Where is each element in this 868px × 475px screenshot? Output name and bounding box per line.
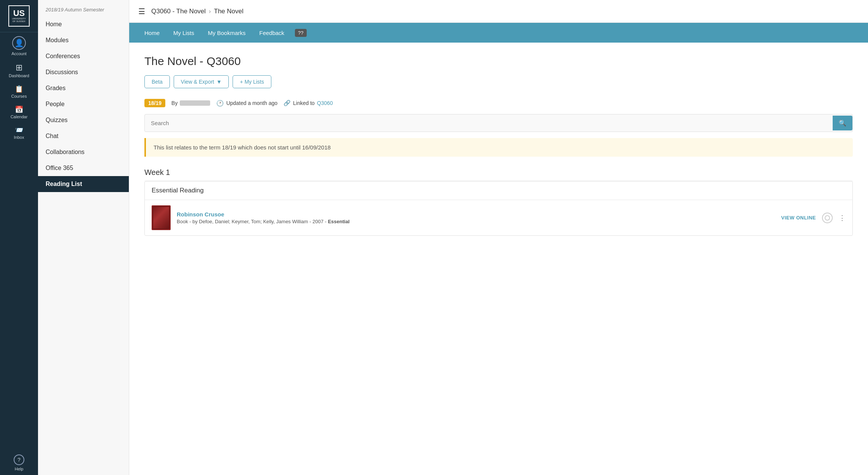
sidebar-item-help[interactable]: ? Help [0,451,38,475]
course-nav-collaborations[interactable]: Collaborations [38,144,129,160]
add-my-lists-button[interactable]: + My Lists [233,75,271,88]
warning-text: This list relates to the term 18/19 whic… [154,144,331,151]
warning-banner: This list relates to the term 18/19 whic… [144,138,853,157]
course-nav-modules[interactable]: Modules [38,32,129,48]
course-nav-reading-list[interactable]: Reading List [38,176,129,192]
essential-reading-card: Essential Reading Robinson Crusoe Book -… [144,181,853,236]
breadcrumb: Q3060 - The Novel › The Novel [151,8,243,15]
courses-icon: 📋 [15,86,23,92]
logo-us-text: US [13,9,25,17]
top-bar: ☰ Q3060 - The Novel › The Novel [129,0,868,23]
dashboard-icon: ⊞ [16,64,22,72]
course-nav-quizzes[interactable]: Quizzes [38,112,129,128]
main-content: ☰ Q3060 - The Novel › The Novel Home My … [129,0,868,475]
university-logo: US UNIVERSITYOF SUSSEX [0,0,38,32]
more-options-button[interactable]: ⋮ [839,214,846,222]
circle-icon [825,215,830,221]
tab-home[interactable]: Home [138,27,166,39]
course-nav-conferences[interactable]: Conferences [38,48,129,64]
breadcrumb-current: The Novel [214,8,243,15]
beta-button[interactable]: Beta [144,75,170,88]
course-nav-home[interactable]: Home [38,16,129,32]
course-nav-office365[interactable]: Office 365 [38,160,129,176]
term-badge: 18/19 [144,99,165,107]
clock-icon: 🕐 [216,100,224,107]
sidebar-item-label-courses: Courses [11,94,27,98]
search-icon: 🔍 [839,120,846,126]
book-info: Robinson Crusoe Book - by Defoe, Daniel;… [177,211,775,224]
sidebar-item-label-account: Account [11,51,27,56]
book-cover [152,205,171,230]
sidebar-item-calendar[interactable]: 📅 Calendar [0,102,38,123]
by-label: By [171,100,210,106]
tab-my-bookmarks[interactable]: My Bookmarks [202,27,252,39]
book-actions: VIEW ONLINE ⋮ [781,213,846,223]
link-icon: 🔗 [284,100,291,106]
hamburger-menu[interactable]: ☰ [138,7,145,16]
week1-section-header: Week 1 [144,163,853,181]
sidebar-item-label-calendar: Calendar [11,114,28,119]
linked-label: 🔗 Linked to Q3060 [284,100,333,106]
search-input[interactable] [145,114,833,132]
chevron-down-icon: ▼ [216,79,222,85]
book-row: Robinson Crusoe Book - by Defoe, Daniel;… [145,200,852,235]
sidebar-item-dashboard[interactable]: ⊞ Dashboard [0,60,38,82]
inbox-icon: 📨 [15,127,23,133]
book-importance: Essential [328,219,350,224]
book-title[interactable]: Robinson Crusoe [177,211,775,218]
sidebar-item-account[interactable]: 👤 Account [0,32,38,60]
tab-bar: Home My Lists My Bookmarks Feedback ?? [129,23,868,43]
tab-feedback[interactable]: Feedback [253,27,290,39]
sidebar-item-label-inbox: Inbox [14,135,24,140]
sidebar-item-label-help: Help [15,467,24,471]
meta-row: 18/19 By 🕐 Updated a month ago 🔗 Linked … [144,99,853,107]
view-online-button[interactable]: VIEW ONLINE [781,215,816,221]
breadcrumb-root[interactable]: Q3060 - The Novel [151,8,206,15]
logo-sub-text: UNIVERSITYOF SUSSEX [12,17,26,23]
tab-my-lists[interactable]: My Lists [167,27,200,39]
search-bar: 🔍 [144,114,853,132]
view-export-label: View & Export [181,79,214,85]
book-meta: Book - by Defoe, Daniel; Keymer, Tom; Ke… [177,219,775,224]
page-title: The Novel - Q3060 [144,55,853,68]
book-year: 2007 [312,219,323,224]
book-cover-image [153,207,169,229]
course-nav-grades[interactable]: Grades [38,80,129,96]
search-button[interactable]: 🔍 [833,116,852,130]
view-export-button[interactable]: View & Export ▼ [174,75,229,88]
course-nav-discussions[interactable]: Discussions [38,64,129,80]
course-nav-chat[interactable]: Chat [38,128,129,144]
semester-label: 2018/19 Autumn Semester [38,0,129,16]
page-body: The Novel - Q3060 Beta View & Export ▼ +… [129,43,868,475]
book-type: Book [177,219,188,224]
left-navigation: US UNIVERSITYOF SUSSEX 👤 Account ⊞ Dashb… [0,0,38,475]
sidebar-item-courses[interactable]: 📋 Courses [0,82,38,102]
course-navigation: 2018/19 Autumn Semester Home Modules Con… [38,0,129,475]
book-authors: by Defoe, Daniel; Keymer, Tom; Kelly, Ja… [192,219,308,224]
course-nav-people[interactable]: People [38,96,129,112]
author-name-blurred [180,100,210,106]
sidebar-item-label-dashboard: Dashboard [9,73,29,78]
linked-course-link[interactable]: Q3060 [317,100,333,106]
help-icon: ? [14,454,24,465]
subsection-title: Essential Reading [145,181,852,200]
sidebar-item-inbox[interactable]: 📨 Inbox [0,123,38,143]
calendar-icon: 📅 [15,106,23,113]
bookmark-button[interactable] [822,213,833,223]
breadcrumb-separator: › [209,8,211,15]
tab-badge: ?? [295,29,306,37]
updated-label: 🕐 Updated a month ago [216,100,277,107]
action-bar: Beta View & Export ▼ + My Lists [144,75,853,88]
account-icon: 👤 [12,36,26,50]
